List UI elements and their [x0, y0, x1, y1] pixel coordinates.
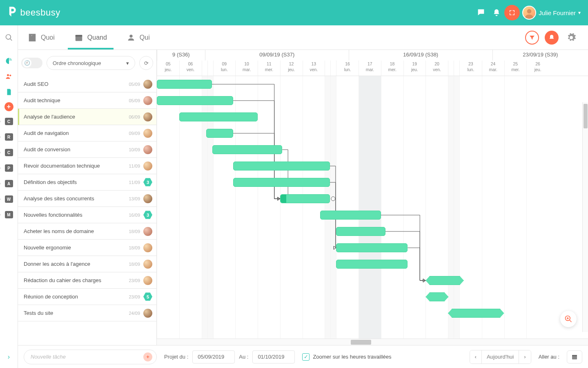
settings-button[interactable] [564, 31, 578, 45]
zoom-hours-checkbox[interactable]: ✓ [302, 353, 310, 361]
project-end-date[interactable]: 01/10/2019 [252, 350, 295, 364]
task-row[interactable]: Donner les accès à l'agence18/09 [18, 256, 156, 272]
day-header: 05jeu. [157, 61, 179, 76]
task-name: Audit technique [24, 97, 125, 103]
project-start-date[interactable]: 05/09/2019 [192, 350, 235, 364]
new-task-input[interactable]: Nouvelle tâche + [24, 350, 157, 364]
user-menu-chevron-icon[interactable]: ▾ [578, 10, 581, 16]
new-task-add-icon[interactable]: + [143, 352, 152, 361]
rail-project-W[interactable]: ›W [4, 194, 14, 204]
assignee-avatar [143, 80, 152, 89]
day-header: 10mar. [235, 61, 258, 76]
rail-project-P[interactable]: ›P [4, 163, 14, 173]
gantt-bar[interactable] [336, 260, 408, 269]
task-row[interactable]: Audit SEO05/09 [18, 76, 156, 92]
rail-project-M[interactable]: ›M [4, 209, 14, 220]
task-row[interactable]: Revoir documentation technique11/09 [18, 158, 156, 174]
task-row[interactable]: Analyse des sites concurrents13/09 [18, 191, 156, 207]
svg-rect-3 [76, 35, 82, 36]
rail-expand-button[interactable]: › [4, 352, 14, 362]
task-row[interactable]: Analyse de l'audience06/09 [18, 109, 156, 125]
zoom-hours-label: Zoomer sur les heures travaillées [313, 354, 391, 360]
gantt-bar[interactable] [280, 194, 330, 203]
notifications-button[interactable] [545, 31, 559, 45]
week-header: 16/09/19 (S38) [349, 50, 492, 61]
gantt-bar[interactable] [179, 112, 258, 121]
sort-label: Ordre chronologique [53, 60, 101, 66]
rail-team-icon[interactable] [4, 71, 14, 82]
rail-dashboard-icon[interactable] [4, 56, 14, 66]
svg-rect-13 [572, 355, 577, 356]
task-row[interactable]: Audit de navigation09/09 [18, 125, 156, 141]
tab-qui[interactable]: Qui [117, 25, 160, 49]
task-row[interactable]: Audit de conversion10/09 [18, 141, 156, 158]
task-date: 24/09 [129, 311, 140, 316]
user-avatar[interactable] [522, 6, 536, 20]
task-row[interactable]: Audit technique05/09 [18, 92, 156, 109]
day-header: 19jeu. [403, 61, 426, 76]
task-row[interactable]: Rédaction du cahier des charges23/09 [18, 272, 156, 289]
gantt-bar[interactable] [233, 162, 330, 171]
gantt-bar[interactable] [336, 227, 385, 236]
week-header: 23/09/19 (S39) [492, 50, 588, 61]
task-list[interactable]: Audit SEO05/09Audit technique05/09Analys… [18, 76, 156, 345]
task-row[interactable]: Nouvelle ergonomie18/09 [18, 240, 156, 256]
gantt-bar[interactable] [212, 145, 282, 154]
task-row[interactable]: Réunion de conception23/095 [18, 289, 156, 305]
svg-point-4 [129, 34, 132, 37]
day-header [207, 61, 213, 76]
date-today-button[interactable]: Aujourd'hui [481, 350, 519, 364]
rail-project-C[interactable]: ›C [4, 116, 14, 127]
assignee-avatar [143, 129, 152, 138]
fullscreen-button[interactable] [504, 5, 520, 20]
rail-doc-icon[interactable] [4, 87, 14, 97]
gantt-bar[interactable] [448, 309, 504, 318]
date-next-button[interactable]: › [519, 350, 530, 364]
assignee-avatar [143, 260, 152, 269]
task-row[interactable]: Nouvelles fonctionnalités16/093 [18, 207, 156, 223]
gantt-bar[interactable] [320, 211, 381, 220]
rail-project-A[interactable]: ›A [4, 178, 14, 189]
time-toggle[interactable] [21, 58, 42, 68]
task-row[interactable]: Définition des objectifs11/093 [18, 174, 156, 191]
date-prev-button[interactable]: ‹ [470, 350, 481, 364]
brand-logo[interactable]: beesbusy [7, 6, 60, 19]
tab-quoi[interactable]: Quoi [18, 25, 65, 49]
gantt-hscroll[interactable] [157, 339, 588, 345]
task-date: 05/09 [129, 82, 140, 87]
gantt-bar[interactable] [206, 129, 233, 138]
rail-project-C[interactable]: ›C [4, 147, 14, 158]
assignee-avatar [143, 96, 152, 105]
gantt-bar[interactable] [157, 96, 233, 105]
svg-point-5 [7, 74, 9, 76]
gantt-bar[interactable] [336, 243, 408, 252]
gantt-bar[interactable] [157, 80, 212, 89]
left-rail: + ›C›R›C›P›A›W›M › [0, 50, 18, 368]
gantt-bar[interactable] [233, 178, 330, 187]
assignee-avatar [143, 227, 152, 236]
sort-dropdown[interactable]: Ordre chronologique ▾ [47, 56, 135, 70]
bell-icon[interactable] [489, 5, 504, 20]
refresh-button[interactable]: ⟳ [139, 56, 153, 70]
task-name: Revoir documentation technique [24, 163, 125, 169]
user-name[interactable]: Julie Fournier [539, 9, 576, 16]
search-button[interactable] [0, 25, 18, 50]
task-name: Acheter les noms de domaine [24, 228, 125, 234]
task-row[interactable]: Acheter les noms de domaine18/09 [18, 223, 156, 240]
goto-date-button[interactable] [567, 350, 582, 364]
gantt-bar[interactable] [425, 292, 448, 301]
gantt-vscroll[interactable] [582, 102, 588, 332]
tab-quand[interactable]: Quand [65, 25, 117, 49]
help-chat-icon[interactable] [473, 5, 489, 20]
gantt-bar[interactable] [425, 276, 464, 285]
date-nav: ‹ Aujourd'hui › [470, 350, 531, 364]
tab-quoi-label: Quoi [41, 34, 55, 41]
filter-button[interactable] [525, 31, 539, 45]
gantt-body[interactable] [157, 76, 588, 339]
task-date: 18/09 [129, 262, 140, 267]
task-row[interactable]: Tests du site24/09 [18, 305, 156, 321]
rail-project-R[interactable]: ›R [4, 132, 14, 142]
zoom-button[interactable] [560, 311, 577, 327]
rail-add-button[interactable]: + [4, 102, 13, 111]
task-date: 18/09 [129, 245, 140, 250]
